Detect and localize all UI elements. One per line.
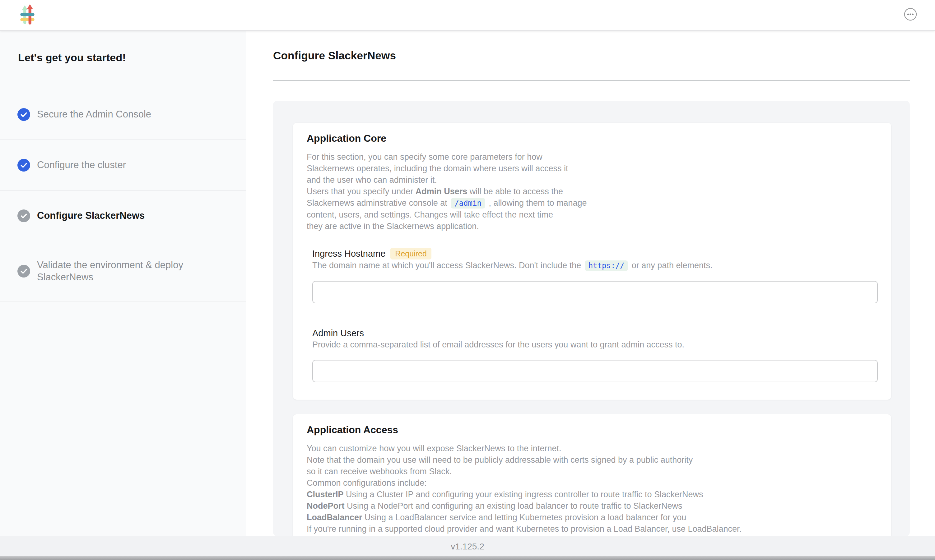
ellipsis-circle-icon <box>904 17 917 22</box>
admin-users-label: Admin Users <box>312 328 364 339</box>
card-title: Application Core <box>307 132 878 145</box>
page-title: Configure SlackerNews <box>273 49 935 62</box>
check-circle-icon <box>17 108 30 121</box>
card-title: Application Access <box>307 423 878 436</box>
slackernews-hash-logo-icon <box>19 4 35 26</box>
config-main-area: Configure SlackerNews Application Core F… <box>246 31 935 536</box>
admin-users-input[interactable] <box>312 360 878 382</box>
step-label: Configure SlackerNews <box>37 210 145 222</box>
check-circle-icon <box>17 159 30 172</box>
sidebar-step-configure-slackernews[interactable]: Configure SlackerNews <box>0 190 246 241</box>
ingress-hostname-label: Ingress Hostname <box>312 248 386 259</box>
application-core-card: Application Core For this section, you c… <box>293 123 891 400</box>
check-circle-icon <box>17 209 30 222</box>
footer: v1.125.2 <box>0 536 935 560</box>
topbar <box>0 0 935 31</box>
sidebar-step-secure-admin-console[interactable]: Secure the Admin Console <box>0 89 246 140</box>
step-label: Configure the cluster <box>37 159 126 171</box>
step-label: Secure the Admin Console <box>37 108 151 121</box>
step-label: Validate the environment & deploy Slacke… <box>37 259 199 283</box>
setup-steps-sidebar: Let's get you started! Secure the Admin … <box>0 31 246 536</box>
title-divider <box>273 80 910 81</box>
check-circle-icon <box>17 265 30 277</box>
config-panel: Application Core For this section, you c… <box>273 101 910 536</box>
card-description: For this section, you can specify some c… <box>307 151 878 232</box>
admin-users-field-group: Admin Users Provide a comma-separated li… <box>312 328 878 382</box>
slackernews-setup-page: { "topbar": { "logo_icon": "slackernews-… <box>0 0 935 560</box>
card-description: You can customize how you will expose Sl… <box>307 443 878 535</box>
ingress-hostname-field-group: Ingress Hostname Required The domain nam… <box>312 248 878 303</box>
application-access-card: Application Access You can customize how… <box>293 414 891 536</box>
ingress-hostname-help: The domain name at which you'll access S… <box>312 260 878 272</box>
more-menu-button[interactable] <box>904 8 917 21</box>
admin-users-help: Provide a comma-separated list of email … <box>312 339 878 351</box>
ingress-hostname-input[interactable] <box>312 281 878 303</box>
window-bottom-edge <box>0 556 935 560</box>
sidebar-step-validate-and-deploy[interactable]: Validate the environment & deploy Slacke… <box>0 241 246 302</box>
version-label: v1.125.2 <box>451 542 484 552</box>
required-badge: Required <box>390 248 431 260</box>
sidebar-title: Let's get you started! <box>0 31 246 89</box>
sidebar-step-configure-cluster[interactable]: Configure the cluster <box>0 140 246 190</box>
